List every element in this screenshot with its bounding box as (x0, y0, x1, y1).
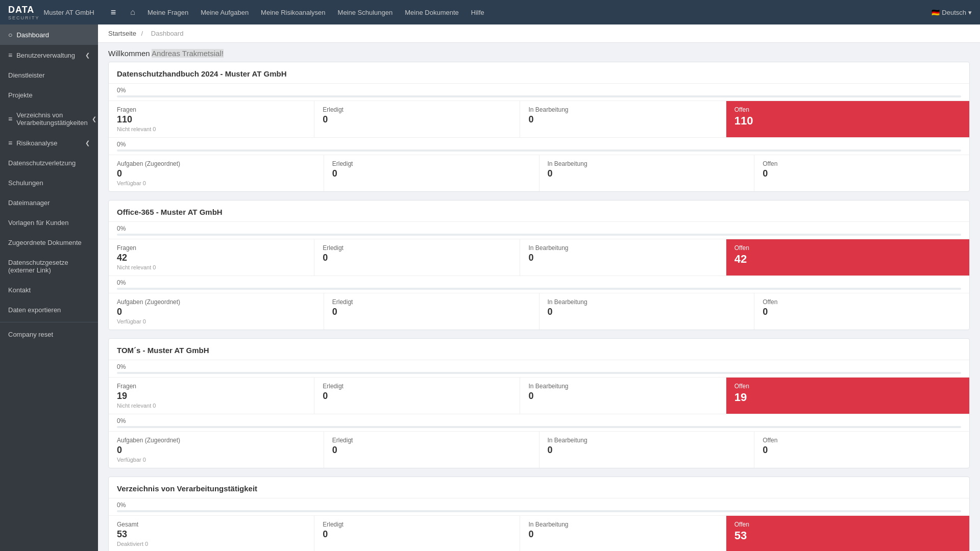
sidebar-label-schulungen: Schulungen (8, 179, 43, 187)
section-title-2: Office-365 - Muster AT GmbH (109, 201, 969, 222)
sidebar-label-daten-exportieren: Daten exportieren (8, 306, 61, 314)
hamburger-icon[interactable]: ≡ (111, 7, 116, 18)
sidebar-label-vorlagen: Vorlagen für Kunden (8, 219, 69, 227)
stat-aufgaben-bearbeitung-label-1: In Bearbeitung (548, 160, 746, 167)
flag-icon: 🇩🇪 (932, 9, 940, 16)
list-icon: ≡ (8, 51, 12, 59)
sidebar-item-verzeichnis[interactable]: ≡ Verzeichnis von Verarbeitungstätigkeit… (0, 105, 98, 133)
stat-fragen-2: Fragen 42 Nicht relevant 0 (109, 239, 314, 276)
sidebar-item-zugeordnete-dokumente[interactable]: Zugeordnete Dokumente (0, 233, 98, 253)
stat-bearbeitung-value-1: 0 (528, 114, 717, 125)
sidebar-label-kontakt: Kontakt (8, 286, 31, 294)
sections-container: Datenschutzhandbuch 2024 - Muster AT Gmb… (98, 62, 980, 551)
stat-aufgaben-offen-label-1: Offen (763, 160, 961, 167)
section-datenschutzhandbuch: Datenschutzhandbuch 2024 - Muster AT Gmb… (108, 62, 970, 192)
section-verzeichnis: Verzeichnis von Verarbeitungstätigkeit 0… (108, 477, 970, 551)
stat-aufgaben-2: Aufgaben (Zugeordnet) 0 Verfügbar 0 (109, 293, 324, 330)
nav-meine-aufgaben[interactable]: Meine Aufgaben (201, 9, 249, 16)
stat-aufgaben-bearbeitung-value-1: 0 (548, 168, 746, 179)
stats-row-fragen-2: Fragen 42 Nicht relevant 0 Erledigt 0 In… (109, 239, 969, 276)
nav-meine-schulungen[interactable]: Meine Schulungen (338, 9, 393, 16)
stat-aufgaben-sublabel-1: Verfügbar 0 (117, 180, 315, 186)
stat-fragen-label-2: Fragen (117, 244, 306, 252)
stat-offen-fragen-2: Offen 42 (726, 239, 969, 276)
list3-icon: ≡ (8, 139, 12, 147)
stat-aufgaben-1: Aufgaben (Zugeordnet) 0 Verfügbar 0 (109, 155, 324, 191)
section-title-3: TOM´s - Muster AT GmbH (109, 339, 969, 360)
nav-hilfe[interactable]: Hilfe (471, 9, 484, 16)
breadcrumb-home[interactable]: Startseite (108, 30, 136, 37)
stat-offen-fragen-1: Offen 110 (726, 101, 969, 137)
stat-fragen-sublabel-1: Nicht relevant 0 (117, 126, 306, 132)
sidebar-label-dateimanager: Dateimanager (8, 199, 50, 207)
sidebar-label-datenschutzverletzung: Datenschutzverletzung (8, 159, 76, 167)
sidebar-item-company-reset[interactable]: Company reset (0, 324, 98, 344)
nav-meine-dokumente[interactable]: Meine Dokumente (405, 9, 459, 16)
sidebar-item-dateimanager[interactable]: Dateimanager (0, 193, 98, 213)
stat-aufgaben-erledigt-label-1: Erledigt (332, 160, 531, 167)
breadcrumb-separator: / (141, 30, 143, 37)
sidebar-item-schulungen[interactable]: Schulungen (0, 173, 98, 193)
stat-offen-value-1: 110 (734, 114, 961, 128)
breadcrumb: Startseite / Dashboard (98, 24, 980, 43)
stat-fragen-1: Fragen 110 Nicht relevant 0 (109, 101, 314, 137)
sidebar-item-kontakt[interactable]: Kontakt (0, 280, 98, 300)
logo: DATA SECURITY (8, 5, 40, 20)
progress-row-fragen-1: 0% (109, 84, 969, 101)
stat-gesamt-4: Gesamt 53 Deaktiviert 0 (109, 516, 314, 551)
sidebar-item-benutzerverwaltung[interactable]: ≡ Benutzerverwaltung ❮ (0, 45, 98, 65)
top-navigation: DATA SECURITY Muster AT GmbH ≡ ⌂ Meine F… (0, 0, 980, 24)
stats-row-fragen-3: Fragen 19 Nicht relevant 0 Erledigt 0 In… (109, 378, 969, 414)
stat-aufgaben-offen-value-1: 0 (763, 168, 961, 179)
stat-offen-fragen-4: Offen 53 (726, 516, 969, 551)
sidebar-label-zugeordnete-dokumente: Zugeordnete Dokumente (8, 239, 82, 246)
stat-fragen-value-1: 110 (117, 114, 306, 125)
sidebar-divider (0, 322, 98, 322)
sidebar-label-benutzerverwaltung: Benutzerverwaltung (16, 52, 75, 59)
sidebar-label-datenschutzgesetze: Datenschutzgesetze (externer Link) (8, 259, 90, 274)
welcome-name: Andreas Trakmetsial! (152, 49, 224, 58)
progress-row-fragen-2: 0% (109, 222, 969, 239)
language-label: Deutsch (942, 9, 966, 16)
stat-fragen-sublabel-2: Nicht relevant 0 (117, 264, 306, 270)
nav-meine-risikoanalysen[interactable]: Meine Risikoanalysen (261, 9, 325, 16)
stat-aufgaben-erledigt-value-1: 0 (332, 168, 531, 179)
sidebar-item-dienstleister[interactable]: Dienstleister (0, 65, 98, 85)
sidebar-item-datenschutzverletzung[interactable]: Datenschutzverletzung (0, 153, 98, 173)
chevron-left2-icon: ❮ (92, 116, 96, 122)
sidebar-item-datenschutzgesetze[interactable]: Datenschutzgesetze (externer Link) (0, 253, 98, 280)
language-selector[interactable]: 🇩🇪 Deutsch ▾ (932, 9, 972, 16)
nav-meine-fragen[interactable]: Meine Fragen (148, 9, 188, 16)
chevron-down-icon: ▾ (968, 9, 972, 16)
section-office365: Office-365 - Muster AT GmbH 0% Fragen 42… (108, 200, 970, 330)
company-name: Muster AT GmbH (44, 9, 94, 16)
stat-offen-label-1: Offen (734, 106, 961, 113)
sidebar-label-verzeichnis: Verzeichnis von Verarbeitungstätigkeiten (16, 111, 87, 127)
stat-erledigt-label-1: Erledigt (323, 106, 511, 113)
logo-area: DATA SECURITY Muster AT GmbH (8, 5, 94, 20)
section-toms: TOM´s - Muster AT GmbH 0% Fragen 19 Nich… (108, 338, 970, 468)
stat-fragen-label-1: Fragen (117, 106, 306, 113)
sidebar-label-dashboard: Dashboard (16, 31, 49, 39)
progress-row-fragen-3: 0% (109, 360, 969, 378)
sidebar-item-dashboard[interactable]: ○ Dashboard (0, 24, 98, 45)
sidebar-label-company-reset: Company reset (8, 331, 53, 338)
sidebar-item-projekte[interactable]: Projekte (0, 85, 98, 105)
home-icon[interactable]: ⌂ (130, 8, 135, 17)
stat-aufgaben-value-1: 0 (117, 168, 315, 179)
section-title-4: Verzeichnis von Verarbeitungstätigkeit (109, 477, 969, 498)
sidebar: ○ Dashboard ≡ Benutzerverwaltung ❮ Diens… (0, 24, 98, 551)
sidebar-item-risikoanalyse[interactable]: ≡ Risikoanalyse ❮ (0, 133, 98, 153)
stat-erledigt-fragen-1: Erledigt 0 (314, 101, 520, 137)
stat-aufgaben-offen-1: Offen 0 (754, 155, 969, 191)
stats-row-fragen-1: Fragen 110 Nicht relevant 0 Erledigt 0 I… (109, 101, 969, 138)
breadcrumb-current: Dashboard (151, 30, 184, 37)
sidebar-item-daten-exportieren[interactable]: Daten exportieren (0, 300, 98, 320)
sidebar-item-vorlagen[interactable]: Vorlagen für Kunden (0, 213, 98, 233)
logo-text: DATA (8, 5, 34, 15)
welcome-prefix: Willkommen (108, 49, 150, 58)
sidebar-label-dienstleister: Dienstleister (8, 71, 45, 79)
list2-icon: ≡ (8, 115, 12, 123)
dashboard-icon: ○ (8, 31, 12, 39)
progress-bar-aufgaben-1 (117, 149, 961, 152)
